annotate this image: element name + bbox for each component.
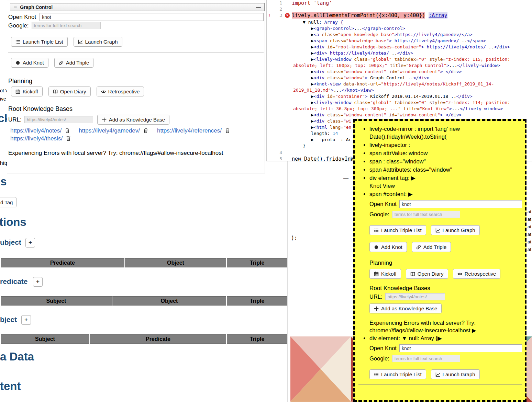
column-header: Predicate (90, 335, 226, 344)
inspector-line[interactable]: absolute; left: 36.8px; top: 300px; ..."… (292, 106, 532, 112)
code-close-paren: ); (291, 235, 297, 241)
knot-view-label: Knot View (369, 182, 522, 190)
kickoff-button[interactable]: Kickoff (369, 269, 401, 279)
launch-triple-list-button[interactable]: Launch Triple List (11, 37, 68, 47)
launch-triple-list-button[interactable]: Launch Triple List (369, 225, 426, 235)
window-titlebar[interactable]: ≡ Graph Control — (10, 3, 265, 11)
inspector-line[interactable]: ▶<div class="window-content" id="window-… (292, 112, 532, 118)
pane-divider (287, 161, 288, 402)
gutter-line-1: 1 (267, 0, 290, 6)
inspector-line[interactable]: ▶<lively-window class="global" tabindex=… (292, 56, 532, 62)
knowledge-base-url-input[interactable] (24, 116, 93, 123)
trash-icon (66, 136, 71, 141)
knowledge-base-link-list: https://lively4/notes/https://lively4/ga… (10, 127, 264, 142)
knowledge-base-link[interactable]: https://lively4/notes/ (10, 127, 62, 134)
code-line-1[interactable]: import 'lang' (292, 0, 332, 6)
heading-fragment-predicate: redicate (0, 277, 28, 286)
link-icon (59, 60, 64, 65)
google-search-input[interactable] (32, 22, 101, 29)
at-fragments-column: atatatatatat (528, 208, 531, 253)
retrospective-button[interactable]: Retrospective (97, 87, 144, 96)
inspector-line[interactable]: ▶<knot-view data-knot-url="https://livel… (292, 81, 532, 87)
add-knowledge-base-button[interactable]: Add as Knowledge Base (97, 115, 169, 125)
filled-circle-icon (374, 245, 379, 250)
inspector-line[interactable]: ▶<div id="root-knowledge-bases-container… (292, 44, 532, 50)
list-item: span #attributes: class="window" (369, 166, 522, 174)
book-icon (410, 272, 415, 276)
inspector-line[interactable]: ▶<a class="open-knowledge-base">https://… (292, 32, 532, 38)
column-header: Triple (226, 297, 288, 306)
graph-control-window: ≡ Graph Control — Open Knot Google: Laun… (7, 0, 265, 173)
text-fragment: at (528, 208, 531, 216)
launch-graph-button[interactable]: Launch Graph (431, 225, 480, 235)
delete-knowledge-base-button[interactable] (64, 128, 70, 134)
delete-knowledge-base-button[interactable] (224, 128, 231, 134)
embedded-graph-control-preview-2: Open Knot Google: Launch Triple List Lau… (369, 344, 522, 379)
subject-object-table: SubjectObjectTriple (0, 296, 288, 306)
inspector-line[interactable]: ▶<div class="window"> Graph Control ..</… (292, 75, 532, 81)
list-item: span attrValue: window (369, 149, 522, 157)
code-line-3[interactable]: lively.allElementsFromPoint({x:400, y:40… (292, 12, 425, 19)
inspector-line[interactable]: 2019_01_18.md">...</knot-view> (292, 87, 532, 93)
local-server-error-note: Experiencing Errors with local server? T… (369, 319, 522, 334)
gutter-widget (267, 19, 290, 150)
add-triple-button[interactable]: Add Triple (412, 242, 451, 252)
google-label: Google: (369, 210, 389, 218)
open-diary-button[interactable]: Open Diary (406, 269, 448, 279)
inspector-line[interactable]: ▶<graph-control>...</graph-control> (292, 25, 532, 32)
launch-graph-button[interactable]: Launch Graph (74, 37, 122, 47)
window-minimize-button[interactable]: — (256, 4, 261, 10)
inspector-line[interactable]: ▶<div> https://lively4/notes/ ..</div> (292, 50, 532, 56)
inspector-line[interactable]: ▼ null: Array { (292, 19, 532, 25)
url-label: URL: (369, 293, 383, 301)
add-object-button[interactable]: + (21, 315, 31, 325)
window-menu-icon[interactable]: ≡ (14, 4, 17, 10)
add-subject-button[interactable]: + (25, 238, 35, 248)
inspector-line[interactable]: ▶<div id="container"> Kickoff 2019.01.14… (292, 93, 532, 100)
knowledge-base-link[interactable]: https://lively4/thesis/ (10, 135, 63, 142)
inspector-line[interactable]: ▶<lively-window class="global" tabindex=… (292, 100, 532, 106)
open-knot-label: Open Knot (8, 14, 36, 21)
add-predicate-button[interactable]: + (33, 277, 43, 287)
google-search-input[interactable] (392, 211, 460, 218)
delete-knowledge-base-button[interactable] (65, 136, 71, 142)
add-knot-button[interactable]: Add Knot (369, 242, 407, 252)
open-diary-button[interactable]: Open Diary (48, 87, 91, 96)
add-triple-button[interactable]: Add Triple (54, 58, 94, 68)
add-knowledge-base-button[interactable]: Add as Knowledge Base (369, 303, 442, 313)
pane-minimize-button[interactable]: — (343, 175, 348, 181)
open-knot-input[interactable] (399, 200, 522, 208)
embedded-graph-control-preview: Open Knot Google: Launch Triple List Lau… (369, 200, 522, 334)
launch-triple-list-button[interactable]: Launch Triple List (369, 369, 426, 379)
column-header: Subject (0, 335, 90, 344)
list-item: div element: ▼ null: Array {▶ Open Knot … (369, 334, 522, 379)
calendar-icon (15, 89, 20, 94)
launch-graph-button[interactable]: Launch Graph (431, 369, 480, 379)
knowledge-base-link[interactable]: https://lively4/references/ (157, 127, 222, 134)
kickoff-button[interactable]: Kickoff (11, 87, 43, 96)
result-annotation[interactable]: :Array (429, 12, 447, 19)
heading-fragment-s: s (0, 175, 7, 188)
inspector-line[interactable]: ▶<div class="window-content" id="window-… (292, 69, 532, 75)
error-icon: × (285, 13, 290, 18)
retrospective-button[interactable]: Retrospective (453, 269, 501, 279)
knowledge-base-link[interactable]: https://lively4/gamedev/ (79, 127, 140, 134)
add-knot-button[interactable]: Add Knot (11, 58, 48, 68)
list-icon (374, 372, 379, 377)
open-knot-input[interactable] (399, 344, 522, 352)
subject-predicate-table: SubjectPredicateTriple (0, 334, 288, 344)
google-label: Google: (8, 22, 29, 29)
google-search-input[interactable] (392, 355, 460, 362)
knowledge-base-url-input[interactable] (385, 293, 445, 300)
add-tag-button[interactable]: d Tag (0, 197, 16, 207)
open-knot-label: Open Knot (369, 344, 397, 352)
inspector-line[interactable]: ▶<span class="knowledge-base"> https://l… (292, 38, 532, 44)
column-header: Object (125, 259, 226, 267)
inspector-line[interactable]: absolute; left: 100px; top: 100px;" titl… (292, 62, 532, 69)
column-header: Subject (0, 297, 112, 306)
open-knot-input[interactable] (40, 13, 264, 21)
gutter-line-2: 2 (267, 6, 290, 12)
delete-knowledge-base-button[interactable] (143, 128, 149, 134)
separator (8, 52, 264, 53)
list-item: lively-code-mirror : import 'lang' new D… (369, 125, 522, 141)
